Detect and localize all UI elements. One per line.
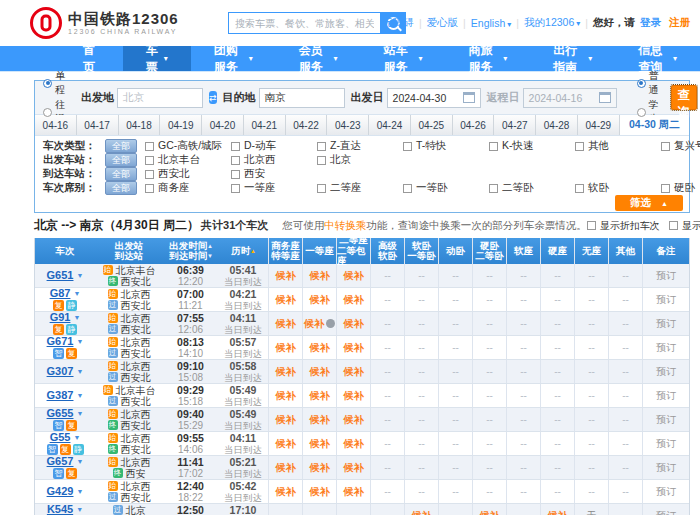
date-tab[interactable]: 04-25 xyxy=(411,115,453,135)
train-expand-caret[interactable]: ▼ xyxy=(76,336,83,347)
book-cell[interactable]: 预订 xyxy=(642,264,689,287)
date-tab[interactable]: 04-16 xyxy=(35,115,77,135)
date-tab[interactable]: 04-28 xyxy=(536,115,578,135)
filter-all-button[interactable]: 全部 xyxy=(105,139,137,153)
filter-checkbox-option[interactable]: 硬卧 xyxy=(661,181,700,195)
filter-checkbox-option[interactable]: 二等座 xyxy=(317,181,403,195)
train-expand-caret[interactable]: ▼ xyxy=(73,432,80,443)
seat-availability-cell[interactable]: 候补 xyxy=(302,432,336,455)
to-station-input[interactable]: 南京 xyxy=(259,88,345,108)
book-cell[interactable]: 预订 xyxy=(642,432,689,455)
filter-checkbox-option[interactable]: 二等卧 xyxy=(489,181,575,195)
book-cell[interactable]: 预订 xyxy=(642,408,689,431)
filter-checkbox-option[interactable]: 西安 xyxy=(231,167,317,181)
seat-availability-cell[interactable]: 候补 xyxy=(336,264,370,287)
seat-availability-cell[interactable]: 候补 xyxy=(404,504,438,515)
train-number-link[interactable]: G657 xyxy=(47,456,74,467)
nav-item[interactable]: 站车服务▾ xyxy=(361,46,446,71)
filter-checkbox-option[interactable]: 北京西 xyxy=(231,153,317,167)
date-tab[interactable]: 04-23 xyxy=(327,115,369,135)
return-date-input[interactable]: 2024-04-16 xyxy=(523,88,617,108)
col-header[interactable]: 出发时间▴到达时间▾ xyxy=(163,238,218,264)
book-cell[interactable]: 预订 xyxy=(642,384,689,407)
date-tab[interactable]: 04-19 xyxy=(160,115,202,135)
date-tab-active[interactable]: 04-30 周二 xyxy=(620,115,689,135)
filter-all-button[interactable]: 全部 xyxy=(105,181,137,195)
col-header[interactable]: 历时▴ xyxy=(218,238,268,264)
seat-availability-cell[interactable]: 候补 xyxy=(302,384,336,407)
train-number-link[interactable]: G87 xyxy=(50,288,71,299)
seat-availability-cell[interactable]: 候补 xyxy=(336,456,370,479)
seat-availability-cell[interactable]: 候补 xyxy=(268,288,302,311)
filter-checkbox-option[interactable]: 软卧 xyxy=(575,181,661,195)
train-number-link[interactable]: G429 xyxy=(47,486,74,497)
seat-availability-cell[interactable]: 候补 xyxy=(268,312,302,335)
book-cell[interactable]: 预订 xyxy=(642,312,689,335)
train-expand-caret[interactable]: ▼ xyxy=(76,486,83,497)
register-link[interactable]: 注册 xyxy=(669,16,690,30)
book-cell[interactable]: 预订 xyxy=(642,336,689,359)
nav-item[interactable]: 信息查询▾ xyxy=(615,46,700,71)
date-tab[interactable]: 04-21 xyxy=(244,115,286,135)
filter-all-button[interactable]: 全部 xyxy=(105,167,137,181)
filter-checkbox-option[interactable]: 商务座 xyxy=(145,181,231,195)
train-expand-caret[interactable]: ▼ xyxy=(76,504,83,515)
site-logo[interactable]: 中国铁路12306 12306 CHINA RAILWAY xyxy=(30,7,179,39)
train-number-link[interactable]: K545 xyxy=(47,504,73,515)
train-number-link[interactable]: G55 xyxy=(50,432,71,443)
filter-checkbox-option[interactable]: 北京丰台 xyxy=(145,153,231,167)
passenger-type-normal[interactable]: 普通 xyxy=(637,69,659,97)
login-link[interactable]: 登录 xyxy=(640,16,661,30)
train-expand-caret[interactable]: ▼ xyxy=(76,408,83,419)
filter-checkbox-option[interactable]: 一等座 xyxy=(231,181,317,195)
book-cell[interactable]: 预订 xyxy=(642,480,689,503)
seat-availability-cell[interactable]: 候补 xyxy=(472,504,506,515)
header-search-input[interactable] xyxy=(228,12,380,34)
nav-item[interactable]: 车票▾ xyxy=(123,46,191,71)
query-button[interactable]: 查询 xyxy=(671,85,697,110)
seat-availability-cell[interactable]: 候补 xyxy=(302,312,336,335)
nav-item[interactable]: 首页 xyxy=(60,46,123,71)
filter-checkbox-option[interactable]: 西安北 xyxy=(145,167,231,181)
seat-availability-cell[interactable]: 候补 xyxy=(336,288,370,311)
header-link[interactable]: 我的12306▾ xyxy=(524,16,580,30)
train-expand-caret[interactable]: ▼ xyxy=(76,270,83,281)
header-link[interactable]: 爱心版 xyxy=(427,16,459,30)
date-tab[interactable]: 04-18 xyxy=(119,115,161,135)
seat-availability-cell[interactable]: 候补 xyxy=(540,504,574,515)
nav-item[interactable]: 团购服务▾ xyxy=(191,46,276,71)
header-link[interactable]: English▾ xyxy=(471,17,511,29)
seat-availability-cell[interactable]: 候补 xyxy=(268,384,302,407)
transfer-link[interactable]: 中转换乘 xyxy=(324,219,366,231)
seat-availability-cell[interactable]: 候补 xyxy=(302,288,336,311)
seat-availability-cell[interactable]: 候补 xyxy=(268,408,302,431)
seat-availability-cell[interactable]: 候补 xyxy=(302,480,336,503)
date-tab[interactable]: 04-17 xyxy=(77,115,119,135)
filter-checkbox-option[interactable]: K-快速 xyxy=(489,139,575,153)
filter-checkbox-option[interactable]: 复兴号 xyxy=(661,139,700,153)
seat-availability-cell[interactable]: 候补 xyxy=(268,456,302,479)
train-expand-caret[interactable]: ▼ xyxy=(73,288,80,299)
nav-item[interactable]: 商旅服务▾ xyxy=(445,46,530,71)
filter-checkbox-option[interactable]: D-动车 xyxy=(231,139,317,153)
seat-availability-cell[interactable]: 候补 xyxy=(268,432,302,455)
depart-date-input[interactable]: 2024-04-30 xyxy=(387,88,481,108)
train-expand-caret[interactable]: ▼ xyxy=(76,366,83,377)
filter-all-button[interactable]: 全部 xyxy=(105,153,137,167)
filter-checkbox-option[interactable]: Z-直达 xyxy=(317,139,403,153)
seat-availability-cell[interactable]: 候补 xyxy=(336,480,370,503)
nav-item[interactable]: 出行指南▾ xyxy=(530,46,615,71)
book-cell[interactable]: 预订 xyxy=(642,288,689,311)
train-expand-caret[interactable]: ▼ xyxy=(76,456,83,467)
seat-availability-cell[interactable]: 候补 xyxy=(336,408,370,431)
train-number-link[interactable]: G655 xyxy=(47,408,74,419)
seat-availability-cell[interactable]: 候补 xyxy=(336,312,370,335)
date-tab[interactable]: 04-27 xyxy=(494,115,536,135)
seat-availability-cell[interactable]: 候补 xyxy=(302,336,336,359)
from-station-input[interactable]: 北京 xyxy=(117,88,203,108)
filter-checkbox-option[interactable]: 北京 xyxy=(317,153,403,167)
train-number-link[interactable]: G387 xyxy=(47,390,74,401)
seat-availability-cell[interactable]: 候补 xyxy=(336,432,370,455)
header-link[interactable]: 无障碍 xyxy=(382,16,414,30)
seat-availability-cell[interactable]: 候补 xyxy=(268,264,302,287)
